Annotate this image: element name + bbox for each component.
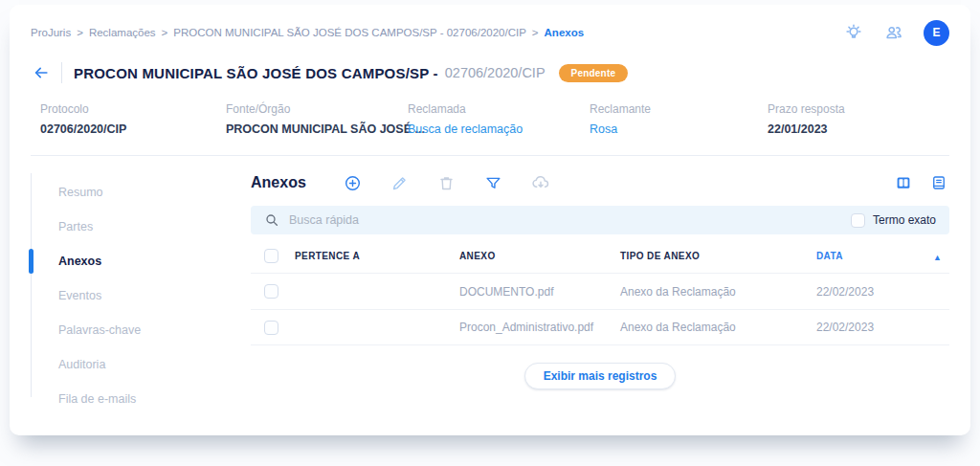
section-title: Anexos bbox=[251, 174, 306, 191]
info-value-link[interactable]: Rosa bbox=[590, 122, 768, 136]
info-field-prazo-resposta: Prazo resposta 22/01/2023 bbox=[768, 102, 845, 136]
sidebar-item-label: Partes bbox=[58, 220, 93, 233]
info-label: Protocolo bbox=[40, 102, 226, 116]
load-more-button[interactable]: Exibir mais registros bbox=[524, 363, 677, 389]
table-header-row: PERTENCE A ANEXO TIPO DE ANEXO DATA ▲ bbox=[251, 238, 949, 273]
search-bar: Termo exato bbox=[251, 206, 949, 234]
cell-data: 22/02/2023 bbox=[816, 321, 907, 334]
info-label: Reclamada bbox=[408, 102, 590, 116]
columns-view-icon[interactable] bbox=[893, 172, 914, 193]
sidebar-item-fila-de-emails[interactable]: Fila de e-mails bbox=[32, 382, 251, 416]
user-avatar[interactable]: E bbox=[924, 20, 949, 46]
users-icon[interactable] bbox=[883, 22, 904, 43]
load-more-container: Exibir mais registros bbox=[251, 363, 949, 389]
page-title: PROCON MUNICIPAL SÃO JOSÉ DOS CAMPOS/SP … bbox=[74, 65, 438, 81]
view-switcher bbox=[893, 172, 949, 193]
cell-tipo-de-anexo: Anexo da Reclamação bbox=[620, 321, 816, 334]
column-header-data[interactable]: DATA bbox=[816, 251, 907, 261]
row-checkbox[interactable] bbox=[264, 284, 278, 299]
sidebar-item-auditoria[interactable]: Auditoria bbox=[32, 347, 251, 382]
sidebar-item-label: Auditoria bbox=[58, 358, 105, 371]
sidebar-item-resumo[interactable]: Resumo bbox=[32, 175, 251, 210]
column-header-tipo-de-anexo[interactable]: TIPO DE ANEXO bbox=[620, 251, 816, 261]
breadcrumb: ProJuris > Reclamações > PROCON MUNICIPA… bbox=[31, 27, 584, 38]
cell-anexo: DOCUMENTO.pdf bbox=[459, 285, 620, 299]
main-card: ProJuris > Reclamações > PROCON MUNICIPA… bbox=[10, 5, 970, 435]
cell-data: 22/02/2023 bbox=[816, 285, 907, 299]
breadcrumb-item-projuris[interactable]: ProJuris bbox=[31, 27, 71, 38]
cell-tipo-de-anexo: Anexo da Reclamação bbox=[620, 285, 816, 299]
title-bar: PROCON MUNICIPAL SÃO JOSÉ DOS CAMPOS/SP … bbox=[31, 60, 949, 85]
back-arrow-icon[interactable] bbox=[31, 62, 52, 83]
sidebar-item-palavras-chave[interactable]: Palavras-chave bbox=[32, 313, 251, 347]
sidebar-item-anexos[interactable]: Anexos bbox=[32, 244, 251, 278]
info-label: Reclamante bbox=[590, 102, 768, 116]
column-header-pertence-a[interactable]: PERTENCE A bbox=[295, 251, 459, 261]
toolbar-actions bbox=[343, 172, 551, 193]
info-label: Prazo resposta bbox=[768, 102, 845, 116]
breadcrumb-item-case[interactable]: PROCON MUNICIPAL SÃO JOSÉ DOS CAMPOS/SP … bbox=[173, 27, 526, 38]
filter-funnel-icon[interactable] bbox=[483, 172, 504, 193]
reader-view-icon[interactable] bbox=[928, 172, 949, 193]
case-sidebar: Resumo Partes Anexos Eventos Palavras-ch… bbox=[31, 173, 251, 397]
breadcrumb-separator: > bbox=[162, 27, 168, 38]
delete-trash-icon[interactable] bbox=[436, 172, 457, 193]
info-value-link[interactable]: Busca de reclamação bbox=[408, 122, 590, 136]
download-cloud-icon[interactable] bbox=[530, 172, 551, 193]
page-title-code: 02706/2020/CIP bbox=[445, 65, 546, 80]
case-info-row: Protocolo 02706/2020/CIP Fonte/Órgão PRO… bbox=[31, 102, 949, 156]
edit-pencil-icon[interactable] bbox=[390, 172, 411, 193]
info-field-reclamada: Reclamada Busca de reclamação bbox=[408, 102, 590, 136]
info-value: PROCON MUNICIPAL SÃO JOSÉ ... bbox=[226, 122, 408, 136]
exact-term-checkbox[interactable] bbox=[851, 213, 865, 228]
sidebar-item-label: Fila de e-mails bbox=[58, 392, 136, 406]
sidebar-item-label: Resumo bbox=[58, 186, 103, 199]
exact-term-label: Termo exato bbox=[873, 213, 936, 227]
column-header-anexo[interactable]: ANEXO bbox=[459, 251, 620, 261]
search-icon bbox=[264, 212, 279, 228]
sort-ascending-icon[interactable]: ▲ bbox=[933, 253, 942, 262]
active-indicator bbox=[29, 249, 33, 274]
info-field-reclamante: Reclamante Rosa bbox=[590, 102, 768, 136]
table-row[interactable]: DOCUMENTO.pdf Anexo da Reclamação 22/02/… bbox=[251, 273, 949, 309]
breadcrumb-item-reclamacoes[interactable]: Reclamações bbox=[89, 27, 156, 38]
anexos-panel: Anexos bbox=[251, 156, 949, 397]
sidebar-item-label: Anexos bbox=[58, 255, 101, 268]
page-body: Resumo Partes Anexos Eventos Palavras-ch… bbox=[31, 156, 949, 397]
sidebar-item-label: Eventos bbox=[58, 289, 101, 302]
lightbulb-icon[interactable] bbox=[843, 22, 864, 43]
row-checkbox[interactable] bbox=[264, 321, 278, 335]
breadcrumb-separator: > bbox=[532, 27, 539, 38]
info-value: 22/01/2023 bbox=[768, 122, 845, 136]
sidebar-item-label: Palavras-chave bbox=[58, 323, 141, 337]
top-bar: ProJuris > Reclamações > PROCON MUNICIPA… bbox=[31, 5, 949, 45]
breadcrumb-item-anexos-active: Anexos bbox=[545, 27, 585, 38]
info-field-fonte-orgao: Fonte/Órgão PROCON MUNICIPAL SÃO JOSÉ ..… bbox=[226, 102, 408, 136]
sidebar-item-partes[interactable]: Partes bbox=[32, 210, 251, 244]
anexos-table: PERTENCE A ANEXO TIPO DE ANEXO DATA ▲ DO… bbox=[251, 238, 949, 345]
cell-anexo: Procon_Administrativo.pdf bbox=[459, 321, 620, 334]
add-circle-icon[interactable] bbox=[343, 172, 364, 193]
info-field-protocolo: Protocolo 02706/2020/CIP bbox=[40, 102, 226, 136]
topbar-actions: E bbox=[843, 20, 949, 46]
breadcrumb-separator: > bbox=[77, 27, 83, 38]
info-value: 02706/2020/CIP bbox=[40, 122, 226, 136]
table-row[interactable]: Procon_Administrativo.pdf Anexo da Recla… bbox=[251, 309, 949, 345]
title-divider bbox=[61, 62, 62, 83]
status-badge: Pendente bbox=[559, 64, 629, 82]
info-label: Fonte/Órgão bbox=[226, 102, 408, 116]
anexos-toolbar: Anexos bbox=[251, 171, 949, 194]
quick-search-input[interactable] bbox=[289, 213, 851, 227]
sidebar-item-eventos[interactable]: Eventos bbox=[32, 278, 251, 313]
select-all-checkbox[interactable] bbox=[264, 249, 278, 263]
